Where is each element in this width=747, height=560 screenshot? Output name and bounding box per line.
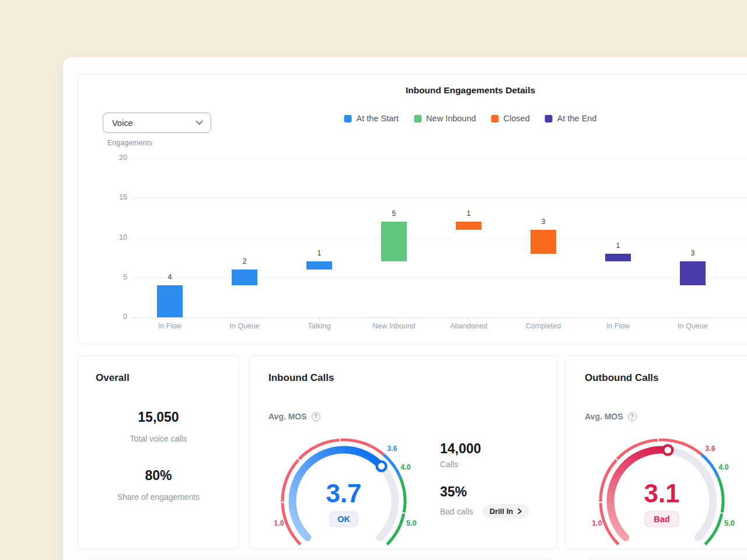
dashboard-panel: Inbound Engagements Details At the Start… (63, 57, 747, 560)
gauge-axis-label: 4.0 (400, 463, 410, 471)
gauge-tick (340, 438, 341, 443)
y-axis-tick-label: 5 (110, 273, 127, 281)
bar-value-label: 3 (526, 218, 561, 226)
gauge-axis-label: 3.6 (387, 444, 397, 453)
bar-value-label: 4 (152, 273, 187, 281)
bar-value-label: 2 (227, 257, 262, 265)
gauge-axis-label: 4.0 (718, 463, 728, 471)
bar-value-label: 1 (451, 209, 486, 218)
chart-bar[interactable] (232, 270, 257, 285)
x-axis-label: In Queue (210, 322, 280, 330)
info-icon[interactable]: ? (628, 412, 637, 421)
gauge-value: 3.7 (326, 479, 361, 508)
share-of-engagements-label: Share of engagements (78, 492, 239, 502)
gridline (132, 158, 747, 159)
inbound-calls-value: 14,000 (440, 441, 554, 457)
avg-mos-row: Avg. MOS ? (585, 412, 637, 421)
x-axis-label: New Inbound (359, 322, 429, 330)
inbound-calls-label: Calls (440, 460, 554, 469)
gauge-axis-label: 1.0 (274, 519, 284, 527)
y-axis-tick-label: 20 (110, 153, 127, 162)
gauge-marker (663, 446, 672, 455)
x-axis-label: In Flow (135, 322, 205, 330)
chart-bar[interactable] (605, 254, 631, 262)
x-axis-tick (543, 318, 544, 321)
x-axis-tick (618, 318, 619, 321)
outbound-card-title: Outbound Calls (585, 372, 659, 384)
inbound-mos-gauge: 1.03.64.05.03.7OK (271, 438, 421, 550)
gridline (132, 198, 747, 198)
y-axis-tick-label: 10 (110, 233, 127, 242)
x-axis-label: Abandoned (434, 322, 504, 330)
inbound-card-title: Inbound Calls (268, 372, 334, 384)
x-axis-tick (469, 318, 469, 321)
gauge-axis-label: 5.0 (406, 519, 416, 527)
overall-card-title: Overall (96, 372, 130, 384)
gauge-tick (658, 438, 659, 443)
gauge-value: 3.1 (644, 479, 679, 508)
engagements-plot: 05101520In Flow4In Queue2Talking1New Inb… (78, 75, 747, 344)
drill-in-button[interactable]: Drill In (483, 504, 529, 519)
gauge-track (380, 466, 395, 537)
gauge-tick (401, 513, 407, 514)
overall-card: Overall 15,050 Total voice calls 80% Sha… (78, 355, 239, 550)
total-voice-calls-label: Total voice calls (78, 434, 239, 443)
bad-calls-label: Bad calls (440, 507, 473, 516)
y-axis-tick-label: 0 (110, 313, 127, 321)
outbound-calls-card: Outbound Calls Avg. MOS ? 1.03.64.05.03.… (565, 355, 747, 550)
bar-value-label: 1 (601, 242, 636, 250)
gauge-status-label: Bad (654, 514, 669, 524)
chart-bar[interactable] (456, 222, 481, 230)
inbound-calls-card: Inbound Calls Avg. MOS ? 1.03.64.05.03.7… (249, 355, 557, 550)
avg-mos-row: Avg. MOS ? (268, 412, 320, 421)
bar-value-label: 3 (675, 249, 710, 257)
outbound-mos-gauge: 1.03.64.05.03.1Bad (589, 438, 739, 550)
inbound-engagements-card: Inbound Engagements Details At the Start… (78, 74, 747, 344)
gridline (132, 317, 747, 318)
chevron-right-icon (517, 508, 522, 514)
chart-bar[interactable] (680, 261, 706, 285)
gauge-axis-label: 1.0 (592, 519, 602, 527)
gridline (132, 238, 747, 239)
x-axis-tick (394, 318, 395, 321)
drill-in-label: Drill In (490, 507, 513, 516)
y-axis-tick-label: 15 (110, 193, 127, 201)
x-axis-tick (245, 318, 245, 321)
total-voice-calls-value: 15,050 (78, 410, 239, 425)
share-of-engagements-value: 80% (78, 468, 239, 484)
x-axis-tick (319, 318, 320, 321)
gauge-axis-label: 3.6 (705, 444, 715, 453)
x-axis-tick (170, 318, 170, 321)
gauge-status-label: OK (337, 514, 350, 524)
bar-value-label: 5 (376, 209, 411, 218)
x-axis-label: In Queue (658, 322, 728, 330)
bar-value-label: 1 (302, 249, 337, 257)
avg-mos-label: Avg. MOS (585, 412, 623, 421)
x-axis-tick (693, 318, 693, 321)
chart-bar[interactable] (306, 261, 332, 270)
chart-bar[interactable] (381, 222, 407, 261)
x-axis-label: In Flow (583, 322, 653, 330)
gauge-axis-label: 5.0 (724, 519, 734, 527)
gauge-marker (377, 461, 386, 471)
chart-bar[interactable] (530, 230, 556, 254)
bad-calls-value: 35% (440, 484, 554, 500)
info-icon[interactable]: ? (312, 412, 320, 421)
gauge-tick (719, 513, 725, 514)
gridline (132, 278, 747, 278)
avg-mos-label: Avg. MOS (268, 412, 307, 421)
inbound-stats: 14,000 Calls 35% Bad calls Drill In (440, 441, 554, 519)
x-axis-label: Completed (508, 322, 578, 330)
chart-bar[interactable] (157, 285, 183, 317)
x-axis-label: Talking (284, 322, 354, 330)
